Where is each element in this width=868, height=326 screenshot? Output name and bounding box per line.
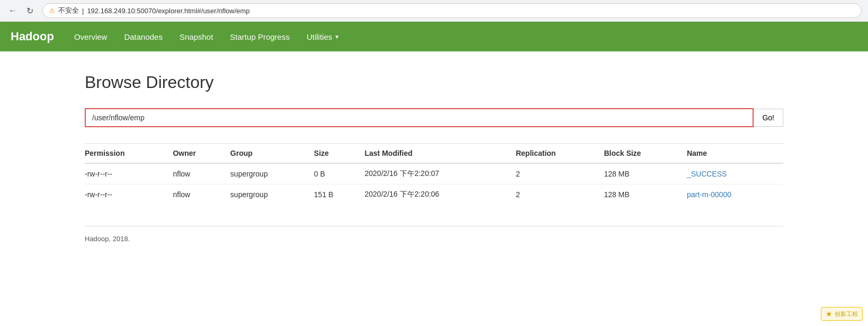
main-content: Browse Directory Go! Permission Owner Gr… — [0, 51, 868, 264]
col-block-size: Block Size — [604, 144, 687, 164]
address-bar[interactable]: ⚠ 不安全 | 192.168.249.10:50070/explorer.ht… — [42, 3, 862, 18]
col-replication: Replication — [516, 144, 604, 164]
col-permission: Permission — [85, 144, 173, 164]
nav-buttons: ← ↻ — [6, 4, 36, 17]
nav-datanodes[interactable]: Datanodes — [117, 28, 170, 46]
row1-name: _SUCCESS — [687, 163, 783, 184]
row1-name-link[interactable]: _SUCCESS — [687, 170, 727, 178]
row1-block-size: 128 MB — [604, 163, 687, 184]
go-button[interactable]: Go! — [754, 109, 783, 127]
path-input[interactable] — [85, 108, 754, 127]
table-row: -rw-r--r-- nflow supergroup 151 B 2020/2… — [85, 184, 783, 205]
insecure-icon: ⚠ — [49, 7, 55, 14]
row2-replication: 2 — [516, 184, 604, 205]
nav-overview[interactable]: Overview — [67, 28, 115, 46]
row2-name: part-m-00000 — [687, 184, 783, 205]
row2-size: 151 B — [314, 184, 365, 205]
row1-permission: -rw-r--r-- — [85, 163, 173, 184]
table-header-row: Permission Owner Group Size Last Modifie… — [85, 144, 783, 164]
utilities-dropdown-arrow: ▼ — [334, 34, 339, 40]
footer: Hadoop, 2018. — [85, 226, 783, 243]
nav-startup-progress[interactable]: Startup Progress — [222, 28, 297, 46]
nav-snapshot[interactable]: Snapshot — [172, 28, 220, 46]
navbar-nav: Overview Datanodes Snapshot Startup Prog… — [67, 28, 347, 46]
row1-group: supergroup — [230, 163, 314, 184]
row2-last-modified: 2020/2/16 下午2:20:06 — [365, 184, 516, 205]
browser-chrome: ← ↻ ⚠ 不安全 | 192.168.249.10:50070/explore… — [0, 0, 868, 22]
row1-size: 0 B — [314, 163, 365, 184]
page-title: Browse Directory — [85, 73, 783, 92]
url-text: 192.168.249.10:50070/explorer.html#/user… — [87, 7, 249, 15]
row1-last-modified: 2020/2/16 下午2:20:07 — [365, 163, 516, 184]
row2-name-link[interactable]: part-m-00000 — [687, 190, 731, 199]
navbar: Hadoop Overview Datanodes Snapshot Start… — [0, 22, 868, 51]
row2-permission: -rw-r--r-- — [85, 184, 173, 205]
back-button[interactable]: ← — [6, 4, 19, 17]
insecure-label: 不安全 — [58, 6, 79, 15]
path-row: Go! — [85, 108, 783, 127]
row1-replication: 2 — [516, 163, 604, 184]
directory-table: Permission Owner Group Size Last Modifie… — [85, 143, 783, 205]
col-group: Group — [230, 144, 314, 164]
col-owner: Owner — [173, 144, 230, 164]
navbar-brand[interactable]: Hadoop — [11, 30, 54, 43]
row1-owner: nflow — [173, 163, 230, 184]
row2-block-size: 128 MB — [604, 184, 687, 205]
url-separator: | — [82, 7, 84, 15]
col-name: Name — [687, 144, 783, 164]
footer-text: Hadoop, 2018. — [85, 235, 130, 243]
row2-group: supergroup — [230, 184, 314, 205]
row2-owner: nflow — [173, 184, 230, 205]
nav-utilities[interactable]: Utilities ▼ — [299, 28, 347, 46]
col-size: Size — [314, 144, 365, 164]
reload-button[interactable]: ↻ — [23, 4, 36, 17]
table-row: -rw-r--r-- nflow supergroup 0 B 2020/2/1… — [85, 163, 783, 184]
col-last-modified: Last Modified — [365, 144, 516, 164]
